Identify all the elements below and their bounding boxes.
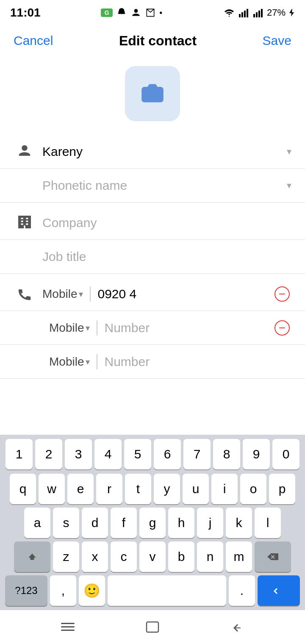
key-w[interactable]: w [39,474,65,504]
key-j[interactable]: j [197,508,223,538]
key-8[interactable]: 8 [213,439,240,469]
period-key[interactable]: . [229,575,255,606]
key-l[interactable]: l [255,508,281,538]
dot-indicator: • [159,8,162,18]
person-field-icon [14,142,36,161]
phonetic-name-input[interactable] [42,171,283,200]
phone1-number-input[interactable] [97,287,273,301]
key-r[interactable]: r [96,474,122,504]
phone1-type-label: Mobile [42,287,77,301]
phone3-number-input[interactable] [104,355,291,369]
key-n[interactable]: n [197,541,223,572]
battery-charging-icon [288,8,295,17]
cancel-button[interactable]: Cancel [14,33,53,48]
svg-rect-12 [147,622,158,632]
symbols-key[interactable]: ?123 [5,575,47,606]
key-v[interactable]: v [139,541,166,572]
key-m[interactable]: m [226,541,252,572]
phone2-type-select[interactable]: Mobile ▾ [49,321,90,335]
key-b[interactable]: b [168,541,194,572]
nav-menu-icon[interactable] [59,620,76,634]
phone2-number-input[interactable] [104,321,273,335]
key-0[interactable]: 0 [272,439,299,469]
emoji-key[interactable]: 🙂 [79,575,105,606]
add-photo-button[interactable] [125,66,180,121]
phone2-remove-icon [274,320,290,336]
key-9[interactable]: 9 [243,439,270,469]
space-key[interactable] [108,575,226,606]
phone1-remove-button[interactable] [273,285,291,303]
backspace-key[interactable] [255,541,291,572]
phonetic-dropdown-arrow[interactable]: ▾ [287,180,291,191]
svg-rect-7 [261,9,263,17]
phone-divider-1 [90,286,91,302]
key-d[interactable]: d [82,508,108,538]
camera-icon [141,82,164,105]
phone2-type-label: Mobile [49,321,84,335]
save-button[interactable]: Save [263,33,291,48]
svg-rect-10 [61,626,75,627]
key-c[interactable]: c [111,541,137,572]
bottom-nav [0,610,305,644]
phone2-remove-button[interactable] [273,319,291,337]
phone-field-icon [14,286,36,302]
square-icon [144,619,161,635]
company-field-icon [14,214,36,232]
key-z[interactable]: z [53,541,79,572]
phone3-type-label: Mobile [49,355,84,369]
signal2-icon [252,8,264,17]
back-arrow-icon [229,619,246,635]
keyboard-row-1: q w e r t y u i o p [0,472,305,506]
phone-icon [17,286,33,302]
key-p[interactable]: p [269,474,295,504]
company-input[interactable] [42,208,291,238]
job-title-field-row [0,240,305,274]
key-t[interactable]: t [125,474,151,504]
job-title-input[interactable] [42,242,291,272]
key-q[interactable]: q [10,474,36,504]
comma-key[interactable]: , [50,575,76,606]
phone1-remove-icon [274,286,290,302]
key-4[interactable]: 4 [94,439,122,469]
svg-rect-4 [253,14,255,17]
phonetic-name-field-row: ▾ [0,169,305,203]
keyboard: 1 2 3 4 5 6 7 8 9 0 q w e r t y u i o p … [0,435,305,644]
nav-home-icon[interactable] [144,619,161,635]
top-bar: Cancel Edit contact Save [0,25,305,56]
key-y[interactable]: y [154,474,180,504]
name-input[interactable] [42,137,283,167]
key-s[interactable]: s [53,508,79,538]
key-h[interactable]: h [168,508,194,538]
key-7[interactable]: 7 [183,439,211,469]
hamburger-icon [59,620,76,634]
key-g[interactable]: g [139,508,166,538]
key-2[interactable]: 2 [35,439,62,469]
svg-rect-2 [244,11,246,17]
phone-divider-3 [97,354,97,369]
key-k[interactable]: k [226,508,252,538]
phone2-type-arrow: ▾ [86,323,90,333]
key-3[interactable]: 3 [65,439,92,469]
phone-row-3: Mobile ▾ [0,345,305,379]
key-f[interactable]: f [111,508,137,538]
key-5[interactable]: 5 [124,439,151,469]
app-icon-green: G [101,8,113,17]
nav-back-icon[interactable] [229,619,246,635]
wifi-icon [223,8,236,17]
shift-key[interactable] [14,541,50,572]
phone3-type-select[interactable]: Mobile ▾ [49,355,90,369]
name-dropdown-arrow[interactable]: ▾ [287,146,291,157]
key-e[interactable]: e [67,474,94,504]
phone1-type-select[interactable]: Mobile ▾ [42,287,83,301]
shift-icon [27,551,38,562]
key-o[interactable]: o [240,474,266,504]
key-6[interactable]: 6 [154,439,181,469]
key-u[interactable]: u [183,474,209,504]
key-i[interactable]: i [211,474,238,504]
avatar-section [0,56,305,135]
enter-key[interactable] [258,575,300,606]
key-a[interactable]: a [24,508,50,538]
key-x[interactable]: x [82,541,108,572]
key-1[interactable]: 1 [6,439,33,469]
svg-rect-6 [258,11,260,17]
